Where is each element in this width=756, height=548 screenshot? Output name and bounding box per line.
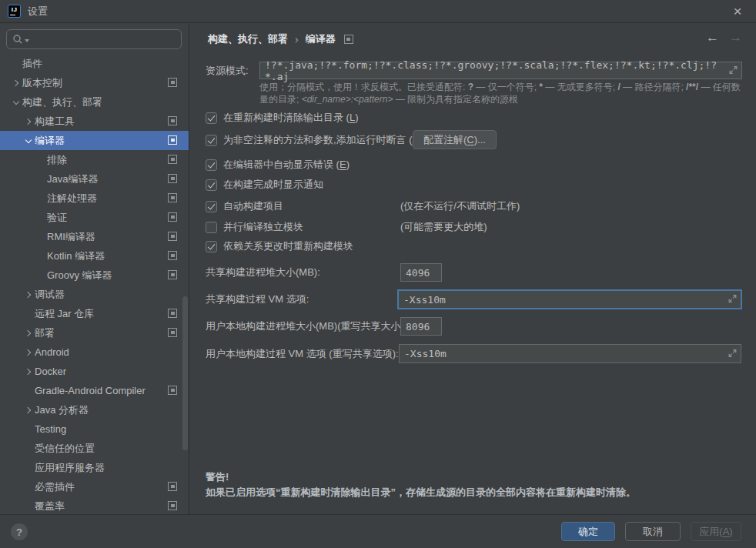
chevron-spacer[interactable] [22, 481, 35, 493]
sidebar-item[interactable]: 插件 [0, 54, 189, 73]
sidebar-item[interactable]: Kotlin 编译器 [0, 246, 189, 266]
sidebar-item[interactable]: 必需插件 [0, 477, 189, 496]
in-place-settings-icon[interactable] [168, 174, 177, 183]
sidebar-item[interactable]: 注解处理器 [0, 189, 189, 208]
chevron-spacer[interactable] [22, 308, 35, 320]
breadcrumb-build-exec-deploy[interactable]: 构建、执行、部署 [208, 32, 288, 46]
text-input[interactable]: 8096 [400, 317, 442, 336]
in-place-settings-icon[interactable] [168, 309, 177, 318]
sidebar-item[interactable]: Gradle-Android Compiler [0, 381, 189, 400]
sidebar-item-label: 验证 [47, 211, 67, 225]
chevron-spacer[interactable] [35, 173, 47, 185]
text-input[interactable]: 4096 [400, 263, 442, 282]
checkbox-checked[interactable] [206, 135, 217, 146]
close-icon[interactable]: × [725, 0, 750, 23]
sidebar-item[interactable]: 远程 Jar 仓库 [0, 304, 189, 323]
chevron-down-icon[interactable] [22, 135, 35, 147]
sidebar-item[interactable]: 编译器 [0, 131, 189, 150]
expand-field-icon[interactable] [729, 65, 738, 76]
expand-field-icon[interactable] [728, 294, 737, 306]
sidebar-item[interactable]: 版本控制 [0, 73, 189, 92]
sidebar-item[interactable]: 调试器 [0, 285, 189, 304]
chevron-spacer[interactable] [10, 58, 22, 70]
sidebar-item[interactable]: 部署 [0, 323, 189, 342]
in-place-settings-icon[interactable] [168, 135, 177, 145]
sidebar-item[interactable]: 验证 [0, 208, 189, 227]
configure-annotations-button[interactable]: 配置注解(C)... [413, 130, 497, 149]
chevron-right-icon[interactable] [22, 404, 35, 416]
ok-button[interactable]: 确定 [561, 522, 615, 541]
chevron-spacer[interactable] [35, 212, 47, 224]
checkbox-label[interactable]: 依赖关系更改时重新构建模块 [223, 239, 353, 253]
sidebar-item[interactable]: Android [0, 342, 189, 362]
checkbox-label[interactable]: 在构建完成时显示通知 [223, 178, 323, 192]
sidebar-item-label: 注解处理器 [47, 192, 97, 206]
in-place-settings-icon[interactable] [168, 251, 177, 260]
sidebar-item[interactable]: Java 分析器 [0, 400, 189, 419]
checkbox-label[interactable]: 并行编译独立模块 [223, 220, 303, 234]
help-icon[interactable]: ? [11, 523, 28, 540]
checkbox-checked[interactable] [206, 179, 217, 191]
in-place-settings-icon[interactable] [168, 328, 177, 337]
sidebar-item[interactable]: Java编译器 [0, 169, 189, 189]
sidebar-item[interactable]: 覆盖率 [0, 496, 189, 514]
sidebar-item[interactable]: Docker [0, 362, 189, 381]
chevron-spacer[interactable] [35, 154, 47, 166]
sidebar-item[interactable]: 构建、执行、部署 [0, 92, 189, 112]
in-place-settings-icon[interactable] [168, 116, 177, 125]
checkbox-label[interactable]: 在编辑器中自动显示错误 (E) [223, 158, 350, 172]
chevron-right-icon[interactable] [10, 77, 22, 89]
sidebar-item[interactable]: Testing [0, 419, 189, 439]
in-place-settings-icon[interactable] [168, 193, 177, 202]
search-history-caret-icon[interactable] [25, 39, 29, 42]
chevron-spacer[interactable] [22, 423, 35, 436]
in-place-settings-icon[interactable] [168, 482, 177, 491]
checkbox-checked[interactable] [206, 159, 217, 171]
chevron-down-icon[interactable] [10, 96, 22, 109]
in-place-settings-icon[interactable] [168, 270, 177, 279]
checkbox-checked[interactable] [206, 201, 217, 212]
in-place-settings-icon[interactable] [168, 501, 177, 510]
in-place-settings-icon[interactable] [168, 386, 177, 395]
field-label: 用户本地构建进程堆大小(MB)(重写共享大小): [206, 317, 406, 336]
cancel-button[interactable]: 取消 [625, 522, 681, 541]
checkbox-label[interactable]: 在重新构建时清除输出目录 (L) [223, 111, 359, 125]
chevron-right-icon[interactable] [22, 289, 35, 301]
sidebar-scrollbar[interactable] [182, 296, 188, 450]
expand-field-icon[interactable] [728, 348, 737, 359]
in-place-settings-icon[interactable] [344, 35, 353, 44]
sidebar-item[interactable]: Groovy 编译器 [0, 266, 189, 285]
dialog-footer: ? 确定 取消 应用(A) [0, 514, 756, 548]
checkbox-checked[interactable] [206, 241, 217, 252]
text-input[interactable]: -Xss10m [399, 344, 741, 363]
in-place-settings-icon[interactable] [168, 155, 177, 164]
checkbox-checked[interactable] [206, 112, 217, 124]
chevron-spacer[interactable] [35, 192, 47, 205]
checkbox-unchecked[interactable] [206, 222, 217, 233]
chevron-spacer[interactable] [22, 443, 35, 455]
search-input[interactable] [6, 29, 182, 49]
chevron-spacer[interactable] [22, 500, 35, 513]
sidebar-item[interactable]: 构建工具 [0, 112, 189, 131]
text-input[interactable]: -Xss10m [397, 289, 742, 309]
sidebar-item[interactable]: 排除 [0, 150, 189, 169]
sidebar-item[interactable]: RMI编译器 [0, 227, 189, 246]
back-arrow-icon[interactable]: ← [706, 30, 719, 45]
chevron-right-icon[interactable] [22, 115, 35, 128]
sidebar-item[interactable]: 受信任的位置 [0, 439, 189, 458]
in-place-settings-icon[interactable] [168, 212, 177, 222]
chevron-right-icon[interactable] [22, 346, 35, 359]
chevron-spacer[interactable] [35, 231, 47, 243]
chevron-spacer[interactable] [35, 269, 47, 282]
checkbox-label[interactable]: 自动构建项目 [223, 199, 283, 213]
resource-patterns-input[interactable]: !?*.java;!?*.form;!?*.class;!?*.groovy;!… [259, 62, 742, 79]
in-place-settings-icon[interactable] [168, 232, 177, 241]
in-place-settings-icon[interactable] [168, 78, 177, 87]
sidebar-item[interactable]: 应用程序服务器 [0, 458, 189, 477]
checkbox-label[interactable]: 为非空注释的方法和参数,添加运行时断言 (A) [223, 133, 423, 147]
chevron-spacer[interactable] [22, 385, 35, 397]
chevron-right-icon[interactable] [22, 366, 35, 378]
chevron-spacer[interactable] [35, 250, 47, 262]
chevron-spacer[interactable] [22, 462, 35, 474]
chevron-right-icon[interactable] [22, 327, 35, 339]
